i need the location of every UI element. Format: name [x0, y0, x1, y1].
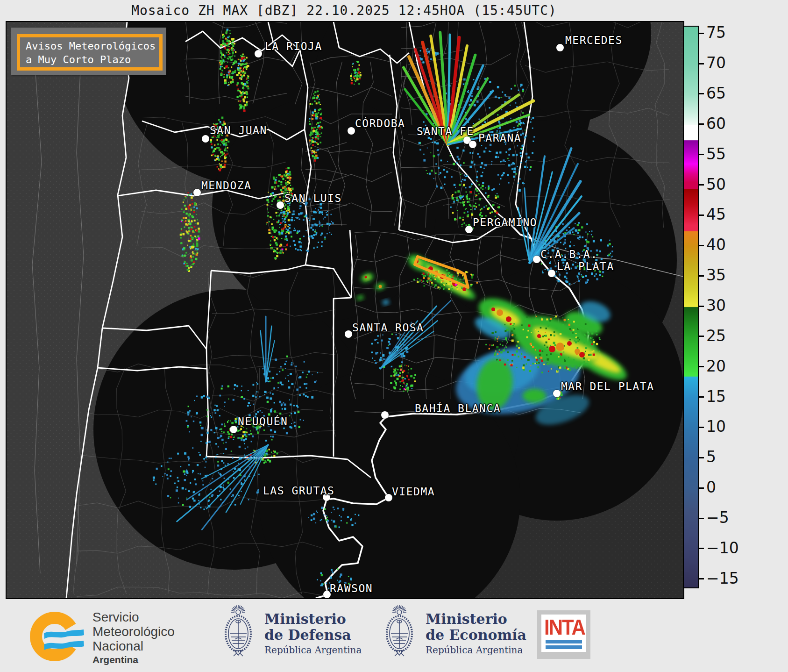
colorbar-tick-label: 55 — [706, 145, 748, 163]
colorbar-tick — [699, 154, 704, 155]
colorbar-tick — [699, 366, 704, 367]
colorbar-tick-label: 35 — [706, 266, 748, 284]
footer-logos: Servicio Meteorológico Nacional Argentin… — [0, 597, 788, 672]
colorbar-tick — [699, 245, 704, 246]
inta-logo-group[interactable]: INTA — [537, 610, 590, 659]
colorbar-tick — [699, 93, 704, 94]
colorbar-tick-label: 75 — [706, 23, 748, 42]
defensa-subtitle: República Argentina — [264, 643, 362, 657]
colorbar-tick-label: 10 — [706, 417, 748, 436]
colorbar-tick — [699, 306, 704, 307]
warning-line2: a Muy Corto Plazo — [26, 53, 159, 66]
map-title: Mosaico ZH MAX [dBZ] 22.10.2025 12:45HOA… — [6, 3, 682, 18]
economia-subtitle: República Argentina — [426, 643, 526, 657]
colorbar-tick — [699, 487, 704, 489]
colorbar-tick-label: 25 — [706, 327, 748, 345]
colorbar-tick-label: −15 — [706, 569, 748, 587]
map-graphics — [7, 22, 683, 598]
economia-logo-group[interactable]: Ministerio de Economía República Argenti… — [381, 604, 526, 660]
economia-title2: de Economía — [426, 627, 526, 643]
colorbar-tick — [699, 275, 704, 277]
inta-logo-box: INTA — [537, 610, 590, 659]
economia-title1: Ministerio — [426, 611, 526, 627]
colorbar-tick — [699, 33, 704, 34]
colorbar-tick — [699, 123, 704, 125]
colorbar-tick — [699, 184, 704, 186]
inta-label: INTA — [544, 616, 583, 639]
colorbar-tick-label: 0 — [706, 478, 748, 496]
smn-line3: Nacional — [92, 639, 175, 653]
smn-line2: Meteorológico — [92, 624, 175, 639]
warning-banner[interactable]: Avisos Meteorológicos a Muy Corto Plazo — [11, 28, 166, 75]
inta-bar-top — [546, 640, 582, 643]
colorbar-tick — [699, 548, 704, 549]
colorbar-tick-label: 40 — [706, 236, 748, 254]
colorbar-tick — [699, 518, 704, 519]
colorbar-tick-label: 70 — [706, 54, 748, 72]
coat-of-arms-icon — [220, 604, 257, 660]
warning-line1: Avisos Meteorológicos — [26, 39, 159, 53]
colorbar-tick — [699, 457, 704, 458]
colorbar-tick-label: 20 — [706, 357, 748, 375]
colorbar-tick — [699, 336, 704, 337]
colorbar-tick — [699, 427, 704, 428]
inta-bar-bottom — [546, 645, 582, 649]
colorbar-tick-label: −10 — [706, 539, 748, 557]
coat-of-arms-icon — [381, 604, 418, 660]
colorbar-tick-label: 15 — [706, 387, 748, 406]
defensa-text: Ministerio de Defensa República Argentin… — [264, 604, 362, 657]
colorbar-tick — [699, 63, 704, 64]
colorbar-tick-label: 65 — [706, 84, 748, 102]
colorbar-tick-label: 30 — [706, 296, 748, 315]
colorbar-tick-label: 50 — [706, 175, 748, 193]
colorbar-tick — [699, 214, 704, 216]
radar-mosaic-screen: Mosaico ZH MAX [dBZ] 22.10.2025 12:45HOA… — [0, 0, 788, 672]
economia-text: Ministerio de Economía República Argenti… — [426, 604, 526, 657]
defensa-logo-group[interactable]: Ministerio de Defensa República Argentin… — [220, 604, 362, 660]
radar-map: LA RIOJAMERCEDESSAN JUANCÓRDOBASANTA FEP… — [6, 21, 684, 599]
colorbar-tick-label: 60 — [706, 114, 748, 133]
colorbar-tick-label: −5 — [706, 508, 748, 527]
smn-logo-group[interactable]: Servicio Meteorológico Nacional Argentin… — [28, 610, 175, 666]
colorbar-tick — [699, 396, 704, 398]
colorbar-tick-label: 45 — [706, 205, 748, 223]
smn-line1: Servicio — [92, 610, 175, 624]
warning-banner-frame: Avisos Meteorológicos a Muy Corto Plazo — [17, 34, 163, 71]
smn-logo-text: Servicio Meteorológico Nacional Argentin… — [92, 610, 175, 666]
colorbar-tick — [699, 578, 704, 579]
defensa-title1: Ministerio — [264, 611, 362, 627]
dbz-colorbar — [683, 26, 699, 588]
smn-logo-icon — [28, 610, 86, 664]
defensa-title2: de Defensa — [264, 627, 362, 643]
smn-line4: Argentina — [92, 653, 175, 666]
colorbar-tick-label: 5 — [706, 448, 748, 466]
